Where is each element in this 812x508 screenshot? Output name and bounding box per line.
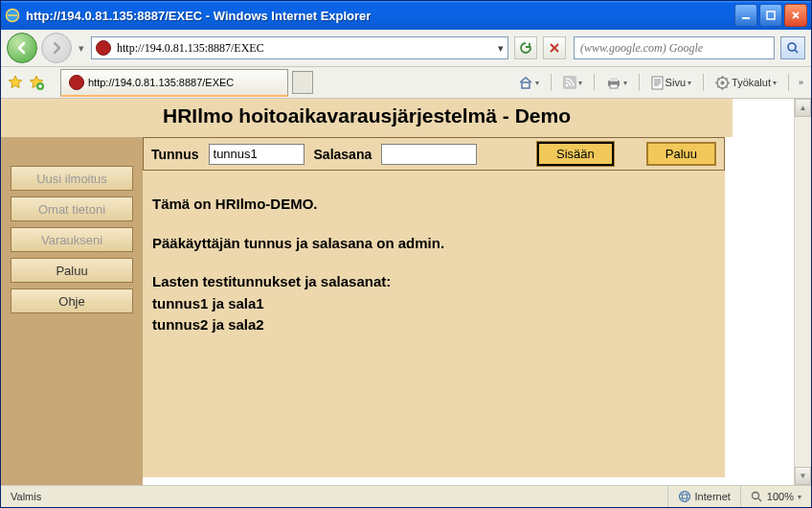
password-input[interactable] bbox=[381, 144, 477, 165]
username-label: Tunnus bbox=[151, 147, 199, 162]
content-viewport: HRIlmo hoitoaikavarausjärjestelmä - Demo… bbox=[1, 99, 811, 485]
back-button[interactable] bbox=[7, 33, 37, 63]
site-favicon bbox=[96, 40, 111, 56]
body-line3: Lasten testitunnukset ja salasanat: bbox=[152, 271, 715, 293]
sidebar-ohje[interactable]: Ohje bbox=[11, 289, 133, 313]
toolbar-chevron[interactable]: » bbox=[797, 72, 805, 93]
body-line5: tunnus2 ja sala2 bbox=[152, 314, 715, 336]
print-button[interactable]: ▾ bbox=[602, 72, 631, 93]
address-dropdown[interactable]: ▾ bbox=[498, 42, 504, 55]
zoom-dropdown[interactable]: ▾ bbox=[798, 493, 801, 501]
tabs-toolbar: http://194.0.81.135:8887/EXEC ▾ ▾ ▾ Sivu… bbox=[1, 67, 811, 99]
browser-tab[interactable]: http://194.0.81.135:8887/EXEC bbox=[60, 69, 288, 97]
status-ready: Valmis bbox=[1, 486, 212, 507]
window-title: http://194.0.81.135:8887/EXEC - Windows … bbox=[26, 9, 734, 23]
sidebar-varaukseni[interactable]: Varaukseni bbox=[11, 227, 133, 252]
titlebar: http://194.0.81.135:8887/EXEC - Windows … bbox=[1, 1, 811, 30]
sidebar-uusi-ilmoitus[interactable]: Uusi ilmoitus bbox=[11, 166, 133, 191]
page-margin bbox=[733, 99, 794, 485]
forward-button[interactable] bbox=[41, 33, 72, 63]
body-line1: Tämä on HRIlmo-DEMO. bbox=[152, 194, 715, 216]
stop-button[interactable] bbox=[543, 36, 566, 59]
body-line2: Pääkäyttäjän tunnus ja salasana on admin… bbox=[152, 233, 715, 255]
username-input[interactable] bbox=[209, 144, 304, 165]
scroll-track[interactable] bbox=[795, 117, 811, 467]
maximize-button[interactable] bbox=[759, 4, 782, 27]
address-input[interactable] bbox=[115, 38, 494, 58]
window-buttons bbox=[734, 4, 807, 27]
svg-point-3 bbox=[788, 43, 796, 51]
app-title: HRIlmo hoitoaikavarausjärjestelmä - Demo bbox=[1, 99, 733, 137]
scroll-down-arrow[interactable]: ▼ bbox=[795, 467, 811, 485]
tab-label: http://194.0.81.135:8887/EXEC bbox=[88, 77, 234, 88]
scroll-up-arrow[interactable]: ▲ bbox=[795, 99, 811, 117]
favorites-star-icon[interactable] bbox=[7, 74, 24, 91]
login-submit-button[interactable]: Sisään bbox=[537, 142, 614, 166]
status-zoom[interactable]: 100% ▾ bbox=[740, 486, 811, 507]
sidebar: Uusi ilmoitus Omat tietoni Varaukseni Pa… bbox=[1, 137, 143, 485]
new-tab-button[interactable] bbox=[292, 71, 313, 94]
status-bar: Valmis Internet 100% ▾ bbox=[1, 485, 811, 507]
tools-menu[interactable]: Työkalut▾ bbox=[711, 72, 780, 93]
page-menu-label: Sivu bbox=[665, 77, 686, 88]
ie-icon bbox=[5, 8, 20, 23]
svg-point-15 bbox=[682, 492, 687, 502]
add-favorite-icon[interactable] bbox=[28, 74, 45, 91]
body-line4: tunnus1 ja sala1 bbox=[152, 293, 715, 315]
svg-rect-2 bbox=[767, 12, 775, 19]
refresh-button[interactable] bbox=[514, 36, 537, 59]
svg-point-7 bbox=[565, 84, 568, 87]
address-bar[interactable]: ▾ bbox=[91, 36, 508, 59]
minimize-button[interactable] bbox=[734, 4, 757, 27]
search-input[interactable] bbox=[578, 40, 770, 57]
sidebar-paluu[interactable]: Paluu bbox=[11, 258, 133, 283]
svg-point-13 bbox=[721, 81, 725, 84]
svg-point-14 bbox=[679, 492, 689, 502]
page: HRIlmo hoitoaikavarausjärjestelmä - Demo… bbox=[1, 99, 794, 485]
status-zone: Internet bbox=[667, 486, 740, 507]
vertical-scrollbar[interactable]: ▲ ▼ bbox=[794, 99, 811, 485]
feeds-button[interactable]: ▾ bbox=[559, 72, 586, 93]
svg-rect-10 bbox=[610, 84, 618, 88]
zoom-icon bbox=[751, 491, 763, 503]
password-label: Salasana bbox=[314, 147, 372, 162]
browser-window: http://194.0.81.135:8887/EXEC - Windows … bbox=[0, 0, 812, 508]
content-body: Tämä on HRIlmo-DEMO. Pääkäyttäjän tunnus… bbox=[143, 171, 725, 477]
svg-rect-5 bbox=[522, 82, 530, 88]
close-button[interactable] bbox=[784, 4, 807, 27]
sidebar-omat-tietoni[interactable]: Omat tietoni bbox=[11, 196, 133, 221]
login-bar: Tunnus Salasana Sisään Paluu bbox=[143, 137, 725, 171]
svg-rect-6 bbox=[563, 76, 576, 89]
internet-zone-icon bbox=[678, 490, 691, 503]
search-button[interactable] bbox=[780, 36, 805, 59]
search-box[interactable] bbox=[574, 36, 775, 59]
svg-point-16 bbox=[752, 492, 758, 498]
nav-toolbar: ▾ ▾ bbox=[1, 30, 811, 67]
nav-dropdown[interactable]: ▾ bbox=[76, 35, 87, 61]
tab-favicon bbox=[69, 75, 84, 90]
tools-menu-label: Työkalut bbox=[732, 77, 771, 88]
svg-rect-1 bbox=[742, 17, 750, 19]
svg-rect-9 bbox=[610, 78, 618, 81]
login-back-button[interactable]: Paluu bbox=[646, 142, 716, 166]
page-menu[interactable]: Sivu▾ bbox=[647, 72, 695, 93]
home-button[interactable]: ▾ bbox=[514, 72, 543, 93]
